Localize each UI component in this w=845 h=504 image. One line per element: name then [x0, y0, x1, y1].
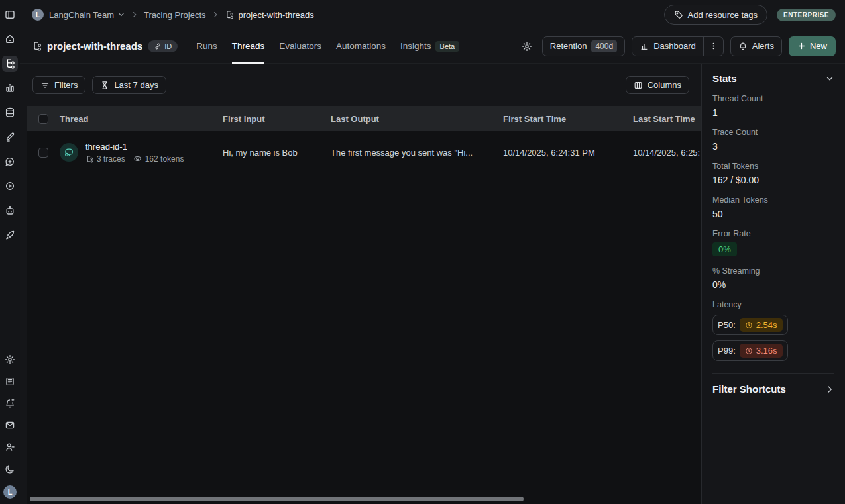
clock-icon — [745, 321, 753, 329]
prompts-icon — [5, 156, 15, 167]
tracing-projects-icon — [5, 58, 15, 69]
stat-thread-count: Thread Count 1 — [712, 94, 834, 118]
filter-icon — [40, 81, 50, 90]
link-icon — [154, 42, 162, 50]
project-settings-button[interactable] — [518, 38, 535, 55]
add-resource-tags-label: Add resource tags — [688, 10, 758, 20]
columns-icon — [634, 81, 643, 90]
trace-icon — [85, 155, 93, 163]
tab-threads[interactable]: Threads — [232, 29, 265, 64]
bot-icon — [5, 205, 15, 216]
settings-gear-icon — [5, 354, 15, 365]
tab-evaluators[interactable]: Evaluators — [279, 29, 321, 64]
column-header-first-start-time[interactable]: First Start Time — [503, 114, 633, 124]
filters-button[interactable]: Filters — [32, 76, 85, 94]
table-row[interactable]: thread-id-1 3 traces 162 tokens — [27, 131, 701, 174]
stat-error-rate: Error Rate 0% — [712, 229, 834, 256]
column-header-thread[interactable]: Thread — [60, 114, 223, 124]
team-switcher[interactable]: LangChain Team — [49, 10, 125, 20]
tab-runs[interactable]: Runs — [196, 29, 217, 64]
stats-panel: Stats Thread Count 1 Trace Count 3 Total… — [701, 64, 845, 504]
beta-badge: Beta — [435, 41, 460, 52]
threads-content: Filters Last 7 days Columns Thread First… — [20, 64, 701, 504]
hourglass-icon — [100, 81, 109, 90]
sidebar-item-playground[interactable] — [2, 178, 18, 194]
latency-p50-pill: P50: 2.54s — [712, 315, 788, 335]
sidebar-item-invite-user[interactable] — [2, 439, 18, 455]
sidebar-item-mail[interactable] — [2, 417, 18, 433]
sidebar-item-home[interactable] — [2, 31, 18, 47]
panel-toggle-icon — [5, 9, 15, 20]
chevron-right-icon — [131, 11, 139, 19]
user-avatar[interactable]: L — [3, 485, 17, 499]
error-rate-badge: 0% — [712, 242, 737, 256]
select-all-checkbox[interactable] — [38, 114, 48, 124]
dashboard-button[interactable]: Dashboard — [632, 37, 703, 56]
chevron-down-icon[interactable] — [825, 74, 834, 83]
new-button[interactable]: New — [789, 36, 836, 56]
alerts-button[interactable]: Alerts — [730, 36, 782, 56]
filter-shortcuts-section[interactable]: Filter Shortcuts — [712, 374, 834, 395]
sidebar-item-deployments[interactable] — [2, 203, 18, 219]
notifications-bell-icon — [5, 398, 15, 409]
stats-section-header[interactable]: Stats — [712, 73, 834, 84]
tracing-projects-icon — [32, 41, 42, 51]
sidebar-item-settings[interactable] — [2, 352, 18, 368]
thread-name: thread-id-1 — [85, 142, 184, 152]
home-icon — [5, 34, 15, 44]
column-header-last-start-time[interactable]: Last Start Time — [633, 114, 701, 124]
column-header-last-output[interactable]: Last Output — [331, 114, 503, 124]
sidebar-item-optimization[interactable] — [2, 227, 18, 243]
breadcrumb-current-project[interactable]: project-with-threads — [225, 10, 314, 20]
left-sidebar: L — [0, 0, 20, 504]
latency-p99-badge: 3.16s — [740, 344, 783, 358]
sidebar-toggle-button[interactable] — [2, 7, 18, 23]
sidebar-item-notifications[interactable] — [2, 395, 18, 411]
chat-bubbles-icon — [64, 147, 74, 158]
dashboard-label: Dashboard — [653, 41, 696, 51]
dashboards-icon — [5, 83, 15, 93]
sidebar-item-prompts[interactable] — [2, 154, 18, 170]
project-id-badge[interactable]: ID — [148, 40, 178, 52]
sidebar-item-dashboards[interactable] — [2, 80, 18, 96]
breadcrumb-project-label: project-with-threads — [239, 10, 314, 20]
add-resource-tags-button[interactable]: Add resource tags — [664, 5, 768, 25]
dashboard-button-group: Dashboard — [632, 36, 724, 56]
table-header: Thread First Input Last Output First Sta… — [27, 106, 701, 131]
sidebar-item-annotation[interactable] — [2, 129, 18, 145]
tab-insights[interactable]: Insights Beta — [400, 29, 459, 64]
dashboard-more-button[interactable] — [703, 37, 723, 56]
retention-button[interactable]: Retention 400d — [542, 36, 625, 56]
chevron-down-icon — [117, 11, 125, 19]
stat-streaming: % Streaming 0% — [712, 266, 834, 290]
tracing-projects-icon — [225, 10, 234, 19]
chevron-right-icon — [211, 11, 219, 19]
horizontal-scrollbar[interactable] — [30, 497, 524, 501]
breadcrumb: L LangChain Team Tracing Projects projec… — [32, 9, 314, 21]
docs-icon — [5, 376, 15, 387]
breadcrumb-tracing-projects[interactable]: Tracing Projects — [144, 10, 205, 20]
team-avatar[interactable]: L — [32, 9, 44, 21]
stat-trace-count: Trace Count 3 — [712, 128, 834, 152]
table-body: thread-id-1 3 traces 162 tokens — [27, 131, 701, 504]
sidebar-item-datasets[interactable] — [2, 105, 18, 121]
column-header-first-input[interactable]: First Input — [223, 114, 331, 124]
retention-value-badge: 400d — [591, 40, 617, 52]
columns-button[interactable]: Columns — [626, 76, 689, 94]
latency-p99-pill: P99: 3.16s — [712, 340, 788, 361]
rocket-icon — [5, 230, 15, 240]
table-toolbar: Filters Last 7 days Columns — [20, 64, 701, 106]
sidebar-item-tracing-projects[interactable] — [2, 56, 18, 72]
sidebar-item-docs[interactable] — [2, 374, 18, 389]
sidebar-item-theme-toggle[interactable] — [2, 461, 18, 477]
time-range-label: Last 7 days — [114, 80, 158, 90]
chevron-right-icon — [825, 385, 834, 394]
token-count-meta: 162 tokens — [133, 154, 184, 164]
tab-automations[interactable]: Automations — [336, 29, 386, 64]
latency-p50-badge: 2.54s — [740, 318, 783, 332]
trace-count-meta: 3 traces — [85, 154, 125, 164]
time-range-button[interactable]: Last 7 days — [92, 76, 166, 94]
new-label: New — [810, 41, 827, 51]
stat-total-tokens: Total Tokens 162 / $0.00 — [712, 162, 834, 185]
row-checkbox[interactable] — [38, 148, 48, 158]
